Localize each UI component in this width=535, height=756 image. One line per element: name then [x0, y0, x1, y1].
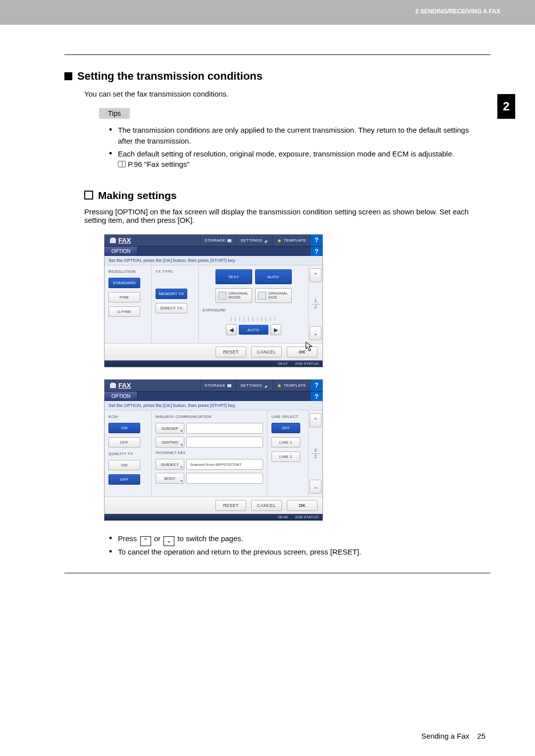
text-button[interactable]: TEXT: [215, 269, 252, 284]
template-tab[interactable]: TEMPLATE: [272, 380, 310, 391]
option-tab[interactable]: OPTION: [105, 392, 138, 401]
sub-sep-input[interactable]: [186, 423, 263, 434]
original-size-button[interactable]: ORIGINAL SIZE: [255, 288, 292, 303]
body-input[interactable]: [186, 473, 263, 484]
line-off-button[interactable]: OFF: [271, 423, 300, 433]
svg-rect-6: [227, 384, 231, 387]
help-button[interactable]: ?: [310, 380, 322, 391]
reset-button[interactable]: RESET: [215, 347, 246, 357]
ecm-on-button[interactable]: ON: [108, 423, 140, 433]
line-select-column: LINE SELECT OFF LINE 1 LINE 2: [268, 410, 309, 497]
panel-footer: RESET CANCEL OK: [105, 497, 322, 514]
cancel-button[interactable]: CANCEL: [251, 347, 282, 357]
subject-button[interactable]: SUBJECT: [156, 459, 184, 470]
auto-size-button[interactable]: AUTO: [255, 269, 292, 284]
wrench-icon: [264, 383, 268, 388]
rule-bottom: [64, 573, 490, 573]
fax-panel-page2: FAX STORAGE SETTINGS TEMPLATE ? OPTION ?…: [104, 379, 323, 521]
svg-marker-7: [277, 384, 281, 388]
page-up-button[interactable]: ⌃: [310, 413, 321, 427]
line2-button[interactable]: LINE 2: [271, 452, 300, 462]
resolution-label: RESOLUTION: [108, 269, 147, 274]
xref: P.96 "Fax settings": [128, 160, 190, 168]
storage-tab[interactable]: STORAGE: [200, 380, 236, 391]
footer-page: 25: [477, 732, 485, 740]
tip-item: Each default setting of resolution, orig…: [109, 149, 471, 170]
exposure-auto-button[interactable]: AUTO: [239, 325, 268, 335]
panel-footer: RESET CANCEL OK: [105, 343, 322, 360]
tips-label: Tips: [99, 108, 130, 119]
quality-off-button[interactable]: OFF: [108, 474, 140, 485]
fax-logo: FAX: [105, 380, 200, 391]
ufine-button[interactable]: U-FINE: [108, 306, 140, 317]
help-button-2[interactable]: ?: [311, 392, 322, 401]
exposure-label: EXPOSURE: [203, 308, 304, 312]
direct-tx-button[interactable]: DIRECT TX: [156, 303, 187, 313]
page-down-button[interactable]: ⌄: [310, 480, 321, 494]
help-button-2[interactable]: ?: [311, 247, 322, 256]
ok-button[interactable]: OK: [287, 500, 318, 511]
fine-button[interactable]: FINE: [108, 292, 140, 302]
svg-rect-1: [111, 238, 115, 239]
outline-square-icon: [84, 191, 93, 200]
original-mode-icon: [218, 292, 226, 300]
breadcrumb: 2 SENDING/RECEIVING A FAX: [415, 8, 500, 15]
memory-tx-button[interactable]: MEMORY TX: [156, 289, 187, 299]
jobstatus-label[interactable]: JOB STATUS: [295, 361, 319, 366]
book-icon: [118, 161, 126, 167]
original-mode-button[interactable]: ORIGINAL MODE: [215, 288, 252, 303]
sub-sep-button[interactable]: SUB/SEP: [156, 423, 184, 434]
subsection-heading: Making settings: [84, 190, 490, 202]
page-down-button[interactable]: ⌄: [310, 326, 321, 340]
ifax-label: INTERNET FAX: [156, 451, 263, 455]
fax-icon: [109, 237, 116, 244]
panel-body: RESOLUTION STANDARD FINE U-FINE TX TYPE …: [105, 265, 322, 343]
fax-icon: [109, 382, 116, 389]
fax-panel-page1: FAX STORAGE SETTINGS TEMPLATE ? OPTION ?…: [104, 234, 323, 367]
panel-subtabs: OPTION ?: [105, 392, 322, 401]
sid-pwd-button[interactable]: SID/PWD: [156, 437, 184, 448]
body-button[interactable]: BODY: [156, 473, 184, 484]
cursor-hand-icon: [303, 341, 316, 354]
txtype-column: TX TYPE MEMORY TX DIRECT TX: [152, 265, 199, 343]
settings-tab[interactable]: SETTINGS: [236, 380, 272, 391]
ecm-label: ECM: [108, 414, 147, 419]
page-indicator: 12: [311, 299, 320, 310]
page-scroll: ⌃ 12 ⌄: [309, 265, 322, 343]
template-tab[interactable]: TEMPLATE: [272, 235, 310, 246]
sid-pwd-input[interactable]: [186, 437, 263, 448]
exposure-controls: ◀ AUTO ▶: [203, 324, 304, 335]
exposure-left-button[interactable]: ◀: [226, 324, 237, 335]
panel-hint: Set the OPTION, press the [OK] button, t…: [105, 256, 322, 265]
rule-top: [64, 54, 490, 55]
storage-tab[interactable]: STORAGE: [200, 235, 236, 246]
jobstatus-label[interactable]: JOB STATUS: [295, 515, 319, 519]
line1-button[interactable]: LINE 1: [271, 437, 300, 448]
panel-statusbar: 08:48 JOB STATUS: [105, 514, 322, 520]
tip-item: The transmission conditions are only app…: [109, 125, 471, 147]
header-strip: 2 SENDING/RECEIVING A FAX: [0, 0, 535, 25]
panel-topbar: FAX STORAGE SETTINGS TEMPLATE ?: [105, 380, 322, 392]
original-size-icon: [258, 292, 266, 300]
section-intro: You can set the fax transmission conditi…: [84, 90, 490, 98]
subject-input[interactable]: Scanned from MFP07072547: [186, 459, 263, 470]
page-footer: Sending a Fax 25: [64, 732, 490, 740]
center-column: TEXT AUTO ORIGINAL MODE ORIGINAL SIZE EX…: [199, 265, 309, 343]
option-tab[interactable]: OPTION: [105, 247, 138, 256]
exposure-right-button[interactable]: ▶: [270, 324, 281, 335]
clock: 08:47: [278, 361, 288, 366]
page-up-button[interactable]: ⌃: [310, 268, 321, 282]
section-title: Setting the transmission conditions: [77, 70, 263, 82]
settings-tab[interactable]: SETTINGS: [236, 235, 272, 246]
svg-rect-5: [111, 383, 115, 384]
help-button[interactable]: ?: [310, 235, 322, 246]
star-icon: [277, 238, 282, 243]
ecm-off-button[interactable]: OFF: [108, 437, 140, 448]
standard-button[interactable]: STANDARD: [108, 278, 140, 288]
reset-button[interactable]: RESET: [215, 500, 246, 511]
cancel-button[interactable]: CANCEL: [251, 500, 282, 511]
tips-list: The transmission conditions are only app…: [109, 125, 471, 170]
txtype-label: TX TYPE: [156, 269, 194, 274]
quality-on-button[interactable]: ON: [108, 460, 140, 470]
panel-statusbar: 08:47 JOB STATUS: [105, 360, 322, 367]
